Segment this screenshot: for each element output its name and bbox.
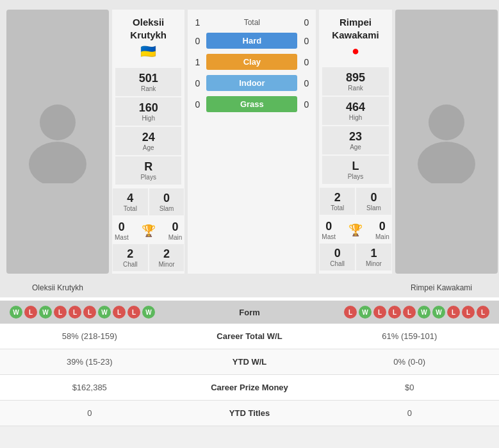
left-minor-cell: 2 Minor (149, 244, 184, 271)
left-form-badges: WLWLLLWLLW (10, 306, 202, 319)
right-age-cell: 23 Age (322, 126, 388, 154)
form-badge-right: W (418, 306, 430, 319)
stats-center-label: Career Total W/L (179, 324, 320, 349)
left-chall-cell: 2 Chall (113, 244, 148, 271)
left-trophy-icon: 🏆 (142, 224, 156, 238)
left-stats-grid: 501 Rank 160 High 24 Age R Plays (112, 65, 184, 188)
left-main-cell: 0 Main (168, 220, 183, 241)
left-player-fullname: Oleksii Krutykh (6, 283, 109, 292)
form-badge-right: L (344, 306, 357, 319)
stats-right-val: 61% (159-101) (320, 324, 500, 349)
form-badge-left: L (127, 306, 140, 319)
form-badge-left: L (113, 306, 126, 319)
left-slam-cell: 0 Slam (149, 188, 184, 215)
stats-left-val: 0 (0, 401, 179, 426)
total-surface-row: 1 Total 0 (191, 16, 313, 29)
svg-point-0 (40, 104, 76, 140)
stats-right-val: 0% (0-0) (320, 349, 500, 375)
right-player-stats: Rimpei Kawakami ● 895 Rank 464 High 23 A… (319, 10, 391, 274)
form-badge-left: W (39, 306, 52, 319)
right-player-name: Rimpei Kawakami (322, 16, 388, 41)
left-age-cell: 24 Age (115, 127, 181, 155)
form-badge-left: W (142, 306, 155, 319)
right-total-slam-row: 2 Total 0 Slam (319, 187, 391, 215)
right-high-cell: 464 High (322, 97, 388, 125)
left-high-cell: 160 High (115, 97, 181, 126)
form-badge-right: W (432, 306, 445, 319)
right-form-badges: LWLLLWWLLL (298, 306, 490, 319)
left-player-stats: Oleksii Krutykh 🇺🇦 501 Rank 160 High 24 … (112, 10, 184, 274)
hard-surface-row: 0 Hard 0 (191, 31, 313, 50)
form-label: Form (202, 308, 298, 317)
stats-left-val: 39% (15-23) (0, 349, 179, 375)
stats-center-label: Career Prize Money (179, 375, 320, 401)
stats-row: 58% (218-159) Career Total W/L 61% (159-… (0, 324, 499, 349)
left-player-name: Oleksii Krutykh (115, 16, 181, 41)
player-names-row: Oleksii Krutykh Rimpei Kawakami (0, 283, 499, 297)
stats-row: 39% (15-23) YTD W/L 0% (0-0) (0, 349, 499, 375)
right-player-photo (395, 10, 498, 274)
left-mast-cell: 0 Mast (115, 220, 129, 241)
right-slam-cell: 0 Slam (356, 188, 391, 215)
indoor-surface-row: 0 Indoor 0 (191, 74, 313, 92)
form-badge-right: L (373, 306, 386, 319)
clay-button[interactable]: Clay (206, 54, 297, 70)
clay-surface-row: 1 Clay 0 (191, 53, 313, 71)
grass-button[interactable]: Grass (206, 96, 297, 112)
grass-surface-row: 0 Grass 0 (191, 95, 313, 113)
right-minor-cell: 1 Minor (356, 244, 391, 270)
form-badge-left: W (98, 306, 111, 319)
stats-center-label: YTD Titles (179, 401, 320, 426)
stats-row: 0 YTD Titles 0 (0, 401, 499, 426)
stats-table: 58% (218-159) Career Total W/L 61% (159-… (0, 324, 499, 426)
svg-point-3 (418, 142, 475, 183)
right-main-cell: 0 Main (375, 220, 389, 240)
form-badge-right: W (359, 306, 372, 319)
right-player-flag: ● (322, 41, 388, 61)
left-total-slam-row: 4 Total 0 Slam (112, 188, 184, 216)
stats-row: $162,385 Career Prize Money $0 (0, 375, 499, 401)
right-stats-grid: 895 Rank 464 High 23 Age L Plays (319, 64, 391, 187)
form-badge-right: L (462, 306, 475, 319)
center-panel: 1 Total 0 0 Hard 0 1 Clay 0 0 Indoor 0 (188, 10, 316, 274)
stats-left-val: $162,385 (0, 375, 179, 401)
svg-point-1 (29, 142, 86, 183)
stats-right-val: 0 (320, 401, 500, 426)
total-label: Total (206, 18, 297, 27)
left-rank-cell: 501 Rank (115, 68, 181, 96)
stats-right-val: $0 (320, 375, 500, 401)
left-player-flag: 🇺🇦 (115, 41, 181, 62)
left-player-photo (6, 10, 109, 274)
form-badge-right: L (388, 306, 401, 319)
right-total-cell: 2 Total (320, 188, 355, 215)
right-player-name-row: Rimpei Kawakami ● (319, 10, 391, 64)
right-plays-cell: L Plays (322, 156, 388, 184)
main-container: Oleksii Krutykh 🇺🇦 501 Rank 160 High 24 … (0, 0, 499, 426)
right-mast-cell: 0 Mast (322, 220, 336, 240)
form-badge-right: L (403, 306, 416, 319)
form-badge-right: L (447, 306, 460, 319)
right-player-fullname: Rimpei Kawakami (390, 283, 493, 292)
player-comparison-section: Oleksii Krutykh 🇺🇦 501 Rank 160 High 24 … (0, 0, 499, 283)
left-player-name-row: Oleksii Krutykh 🇺🇦 (112, 10, 184, 65)
left-plays-cell: R Plays (115, 156, 181, 185)
right-trophy-row: 0 Mast 🏆 0 Main (319, 217, 391, 243)
form-badge-right: L (477, 306, 489, 319)
right-chall-cell: 0 Chall (320, 244, 355, 270)
stats-left-val: 58% (218-159) (0, 324, 179, 349)
svg-point-2 (429, 104, 464, 140)
left-total-cell: 4 Total (113, 188, 148, 215)
indoor-button[interactable]: Indoor (206, 75, 297, 91)
stats-center-label: YTD W/L (179, 349, 320, 375)
left-trophy-row: 0 Mast 🏆 0 Main (112, 218, 184, 244)
form-badge-left: L (54, 306, 67, 319)
form-badge-left: L (69, 306, 81, 319)
left-chall-minor-row: 2 Chall 2 Minor (112, 244, 184, 272)
form-badge-left: L (24, 306, 37, 319)
right-trophy-icon: 🏆 (348, 223, 363, 237)
form-section: WLWLLLWLLW Form LWLLLWWLLL (0, 301, 499, 324)
right-rank-cell: 895 Rank (322, 67, 388, 95)
hard-button[interactable]: Hard (206, 33, 297, 49)
right-chall-minor-row: 0 Chall 1 Minor (319, 243, 391, 271)
form-badge-left: L (83, 306, 96, 319)
